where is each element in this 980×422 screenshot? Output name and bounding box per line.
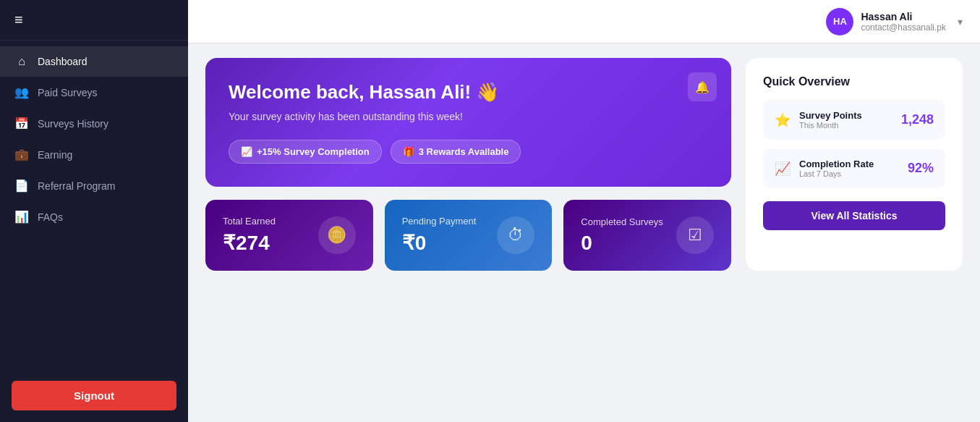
pending-payment-card: Pending Payment ₹0 ⏱ xyxy=(385,200,553,271)
topbar: HA Hassan Ali contact@hassanali.pk ▾ xyxy=(188,0,980,43)
welcome-banner: 🔔 Welcome back, Hassan Ali! 👋 Your surve… xyxy=(205,58,731,187)
sidebar-item-label: Earning xyxy=(38,149,72,161)
briefcase-icon: 💼 xyxy=(14,148,29,161)
nav-list: ⌂ Dashboard 👥 Paid Surveys 📅 Surveys His… xyxy=(0,41,188,369)
completion-rate-value: 92% xyxy=(908,161,934,176)
bottom-cards: Total Earned ₹274 🪙 Pending Payment ₹0 ⏱ xyxy=(205,200,731,271)
users-icon: 👥 xyxy=(14,85,29,99)
checkmark-icon: ☑ xyxy=(676,216,714,254)
completion-rate-card: 📈 Completion Rate Last 7 Days 92% xyxy=(763,148,945,188)
avatar: HA xyxy=(826,8,853,35)
page-content: 🔔 Welcome back, Hassan Ali! 👋 Your surve… xyxy=(188,43,980,422)
chart-icon: 📊 xyxy=(14,210,29,224)
sidebar-item-label: FAQs xyxy=(38,211,63,223)
sidebar-item-earning[interactable]: 💼 Earning xyxy=(0,139,188,170)
user-details: Hassan Ali contact@hassanali.pk xyxy=(861,11,946,33)
document-icon: 📄 xyxy=(14,179,29,193)
gift-icon: 🎁 xyxy=(403,146,414,157)
sidebar-header: ≡ xyxy=(0,0,188,41)
completion-badge[interactable]: 📈 +15% Survey Completion xyxy=(229,140,382,164)
sidebar-item-label: Dashboard xyxy=(38,56,88,67)
total-earned-info: Total Earned ₹274 xyxy=(223,216,276,255)
main-content: HA Hassan Ali contact@hassanali.pk ▾ 🔔 W… xyxy=(188,0,980,422)
sidebar-item-surveys-history[interactable]: 📅 Surveys History xyxy=(0,108,188,139)
left-column: 🔔 Welcome back, Hassan Ali! 👋 Your surve… xyxy=(205,58,731,271)
completion-rate-details: Completion Rate Last 7 Days xyxy=(799,159,899,178)
completion-rate-sublabel: Last 7 Days xyxy=(799,169,899,178)
sidebar-item-label: Paid Surveys xyxy=(38,87,97,98)
completed-surveys-card: Completed Surveys 0 ☑ xyxy=(563,200,731,271)
calendar-icon: 📅 xyxy=(14,117,29,130)
signout-button[interactable]: Signout xyxy=(12,381,176,410)
completion-rate-label: Completion Rate xyxy=(799,159,899,169)
total-earned-value: ₹274 xyxy=(223,231,276,255)
pending-payment-info: Pending Payment ₹0 xyxy=(402,216,477,255)
view-statistics-button[interactable]: View All Statistics xyxy=(763,201,945,230)
sidebar-item-paid-surveys[interactable]: 👥 Paid Surveys xyxy=(0,77,188,108)
clock-icon: ⏱ xyxy=(497,216,534,254)
survey-points-label: Survey Points xyxy=(799,110,892,121)
sidebar-item-label: Referral Program xyxy=(38,180,115,192)
trending-icon: 📈 xyxy=(775,161,791,177)
user-email: contact@hassanali.pk xyxy=(861,22,946,33)
sidebar: ≡ ⌂ Dashboard 👥 Paid Surveys 📅 Surveys H… xyxy=(0,0,188,422)
survey-points-sublabel: This Month xyxy=(799,121,892,130)
chevron-down-icon: ▾ xyxy=(958,16,963,28)
sidebar-item-referral[interactable]: 📄 Referral Program xyxy=(0,170,188,201)
completed-surveys-label: Completed Surveys xyxy=(581,216,662,227)
survey-points-value: 1,248 xyxy=(901,112,934,127)
rewards-badge[interactable]: 🎁 3 Rewards Available xyxy=(391,140,521,164)
trend-up-icon: 📈 xyxy=(241,146,252,157)
total-earned-label: Total Earned xyxy=(223,216,276,227)
hamburger-icon[interactable]: ≡ xyxy=(14,12,23,28)
banner-badges: 📈 +15% Survey Completion 🎁 3 Rewards Ava… xyxy=(229,140,708,164)
survey-points-details: Survey Points This Month xyxy=(799,110,892,130)
sidebar-item-label: Surveys History xyxy=(38,118,108,130)
coin-icon: 🪙 xyxy=(318,216,356,254)
pending-payment-value: ₹0 xyxy=(402,231,477,255)
survey-points-card: ⭐ Survey Points This Month 1,248 xyxy=(763,100,945,140)
bell-button[interactable]: 🔔 xyxy=(688,72,717,101)
completed-surveys-value: 0 xyxy=(581,232,662,255)
user-menu[interactable]: HA Hassan Ali contact@hassanali.pk ▾ xyxy=(826,8,963,35)
home-icon: ⌂ xyxy=(14,55,29,68)
total-earned-card: Total Earned ₹274 🪙 xyxy=(205,200,373,271)
quick-overview: Quick Overview ⭐ Survey Points This Mont… xyxy=(746,58,963,271)
user-name: Hassan Ali xyxy=(861,11,946,22)
welcome-subtitle: Your survey activity has been outstandin… xyxy=(229,111,708,122)
completed-surveys-info: Completed Surveys 0 xyxy=(581,216,662,255)
overview-title: Quick Overview xyxy=(763,75,945,88)
welcome-title: Welcome back, Hassan Ali! 👋 xyxy=(229,81,708,104)
star-icon: ⭐ xyxy=(775,112,791,128)
sidebar-item-dashboard[interactable]: ⌂ Dashboard xyxy=(0,46,188,77)
pending-payment-label: Pending Payment xyxy=(402,216,477,227)
sidebar-item-faqs[interactable]: 📊 FAQs xyxy=(0,201,188,232)
full-grid: 🔔 Welcome back, Hassan Ali! 👋 Your surve… xyxy=(205,58,963,271)
